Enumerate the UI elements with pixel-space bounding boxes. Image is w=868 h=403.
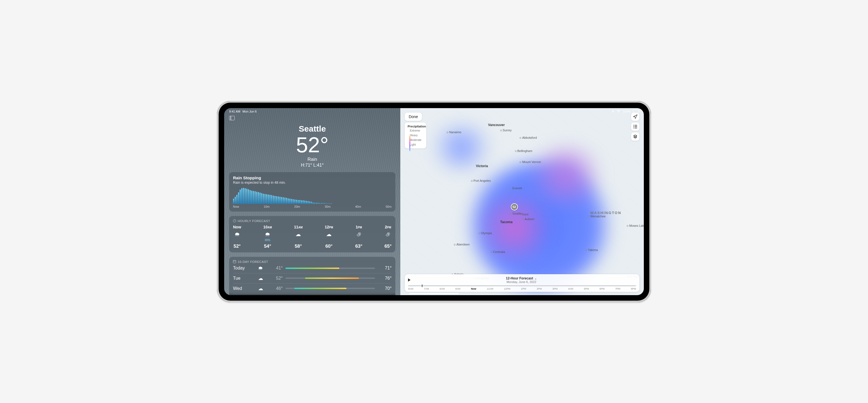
map-place-label: Auburn bbox=[522, 217, 534, 221]
calendar-icon bbox=[233, 260, 236, 263]
minute-bar bbox=[266, 194, 267, 204]
location-pin[interactable]: 52 bbox=[511, 203, 518, 210]
hourly-header: HOURLY FORECAST bbox=[238, 219, 270, 223]
precip-subtitle: Rain is expected to stop in 48 min. bbox=[233, 181, 392, 184]
precip-title: Rain Stopping bbox=[233, 175, 392, 180]
svg-rect-3 bbox=[634, 126, 637, 127]
daily-row[interactable]: Today 🌧 41° 71° bbox=[233, 263, 392, 273]
timeline-hour-label: 7AM bbox=[424, 288, 429, 290]
battery-icon bbox=[633, 110, 639, 113]
minute-axis-label: Now bbox=[233, 205, 239, 208]
minute-bar bbox=[284, 198, 285, 204]
wifi-icon bbox=[617, 109, 621, 113]
daily-rows: Today 🌧 41° 71°Tue ☁︎ 52° 76°Wed ☁︎ 46° … bbox=[233, 263, 392, 295]
minute-bar bbox=[235, 197, 236, 204]
minute-axis-label: 50m bbox=[386, 205, 392, 208]
timeline-control[interactable]: 12-Hour Forecast⌄ Monday, June 6, 2022 6… bbox=[405, 274, 640, 292]
minute-bar bbox=[238, 192, 239, 204]
legend-level: Light bbox=[410, 143, 424, 146]
timeline-hour-label: 5PM bbox=[584, 288, 589, 290]
map-place-label: Victoria bbox=[476, 164, 488, 168]
pin-city-label: Seattle bbox=[510, 212, 522, 215]
minute-bar bbox=[289, 199, 290, 204]
hour-item[interactable]: 2PM ⛅︎ 65° bbox=[384, 225, 392, 249]
day-hi: 76° bbox=[378, 276, 392, 281]
hour-weather-icon: 🌧 bbox=[264, 231, 272, 237]
hour-time: 12PM bbox=[325, 225, 333, 229]
minute-bar bbox=[236, 195, 238, 204]
minute-axis-label: 40m bbox=[355, 205, 361, 208]
minute-bar bbox=[303, 200, 304, 204]
timeline-date: Monday, June 6, 2022 bbox=[414, 280, 628, 283]
legend-title: Precipitation bbox=[407, 125, 424, 128]
hour-weather-icon: ☁︎ bbox=[294, 231, 303, 237]
hour-item[interactable]: 1PM ⛅︎ 63° bbox=[355, 225, 363, 249]
minute-bar bbox=[263, 194, 264, 204]
hourly-card[interactable]: HOURLY FORECAST Now 🌧 52°10AM 🌧 80% 54°1… bbox=[229, 216, 395, 253]
map-place-label: Surrey bbox=[500, 129, 512, 132]
minute-bar bbox=[328, 203, 329, 204]
timeline-title[interactable]: 12-Hour Forecast bbox=[506, 276, 533, 280]
hour-time: 1PM bbox=[355, 225, 363, 229]
hour-time: Now bbox=[233, 225, 241, 229]
timeline-scrubber[interactable] bbox=[408, 285, 636, 286]
minute-bar bbox=[253, 191, 254, 204]
minute-bar bbox=[308, 201, 309, 204]
hour-pop: 80% bbox=[264, 239, 272, 242]
minute-bar bbox=[298, 200, 299, 204]
hour-item[interactable]: Now 🌧 52° bbox=[233, 225, 241, 249]
timeline-hour-label: 12PM bbox=[504, 288, 510, 290]
map-place-label: Everett bbox=[510, 187, 522, 190]
hour-item[interactable]: 11AM ☁︎ 58° bbox=[294, 225, 303, 249]
sidebar-toggle-icon[interactable] bbox=[229, 116, 235, 120]
minute-bar bbox=[261, 193, 262, 204]
city-name: Seattle bbox=[229, 124, 395, 134]
day-weather-icon: 🌧 bbox=[255, 265, 266, 271]
minute-bar bbox=[268, 195, 269, 204]
daily-card[interactable]: 10-DAY FORECAST Today 🌧 41° 71°Tue ☁︎ 52… bbox=[229, 257, 395, 295]
daily-row[interactable]: Wed ☁︎ 46° 70° bbox=[233, 283, 392, 294]
day-lo: 41° bbox=[269, 266, 283, 271]
minute-bar bbox=[259, 193, 260, 204]
map-pane[interactable]: VancouverSurreyNanaimoAbbotsfordBellingh… bbox=[400, 108, 644, 295]
minute-bar bbox=[240, 190, 241, 204]
daily-row[interactable]: Thu ⛅︎ 55° 71° bbox=[233, 294, 392, 295]
minute-bar bbox=[254, 191, 256, 204]
minute-bar bbox=[286, 198, 287, 204]
hour-pop bbox=[325, 239, 333, 242]
minute-bar bbox=[246, 189, 247, 204]
hour-weather-icon: ⛅︎ bbox=[384, 231, 392, 237]
hour-item[interactable]: 10AM 🌧 80% 54° bbox=[264, 225, 272, 249]
hour-pop bbox=[355, 239, 363, 242]
temp-range-bar bbox=[285, 268, 375, 269]
hour-temp: 58° bbox=[294, 243, 303, 249]
screen: 9:41 AM Mon Jun 6 ➤ 100% Seattle 52° Rai… bbox=[224, 108, 644, 295]
daily-row[interactable]: Tue ☁︎ 52° 76° bbox=[233, 273, 392, 283]
precip-legend: Precipitation ExtremeHeavyModerateLight bbox=[405, 123, 426, 148]
minute-bar bbox=[274, 196, 276, 204]
condition-text: Rain bbox=[229, 157, 395, 162]
timeline-hour-label: 1PM bbox=[521, 288, 526, 290]
map-place-label: Nanaimo bbox=[447, 131, 461, 134]
map-place-label: Yakima bbox=[585, 248, 598, 251]
hour-item[interactable]: 12PM ☁︎ 60° bbox=[325, 225, 333, 249]
list-button[interactable] bbox=[631, 123, 640, 131]
minute-bar bbox=[283, 197, 284, 204]
minute-bar bbox=[241, 188, 242, 204]
legend-gradient bbox=[409, 136, 410, 151]
map-place-label: Mount Vernon bbox=[520, 160, 541, 164]
chevron-down-icon: ⌄ bbox=[534, 276, 537, 280]
precip-card[interactable]: Rain Stopping Rain is expected to stop i… bbox=[229, 172, 395, 211]
map-place-label: Centralia bbox=[491, 250, 505, 254]
day-name: Wed bbox=[233, 286, 252, 291]
timeline-hours: 6AM7AM8AM9AMNow11AM12PM1PM2PM3PM4AM5PM6P… bbox=[408, 288, 636, 290]
home-indicator[interactable] bbox=[409, 293, 459, 294]
play-button-icon[interactable] bbox=[408, 278, 410, 282]
hour-temp: 60° bbox=[325, 243, 333, 249]
minute-bar bbox=[319, 203, 320, 204]
minute-bar bbox=[256, 192, 257, 204]
layers-button[interactable] bbox=[631, 132, 640, 141]
minute-bar bbox=[314, 203, 315, 204]
minute-bar bbox=[243, 188, 244, 204]
status-time: 9:41 AM bbox=[229, 110, 240, 113]
